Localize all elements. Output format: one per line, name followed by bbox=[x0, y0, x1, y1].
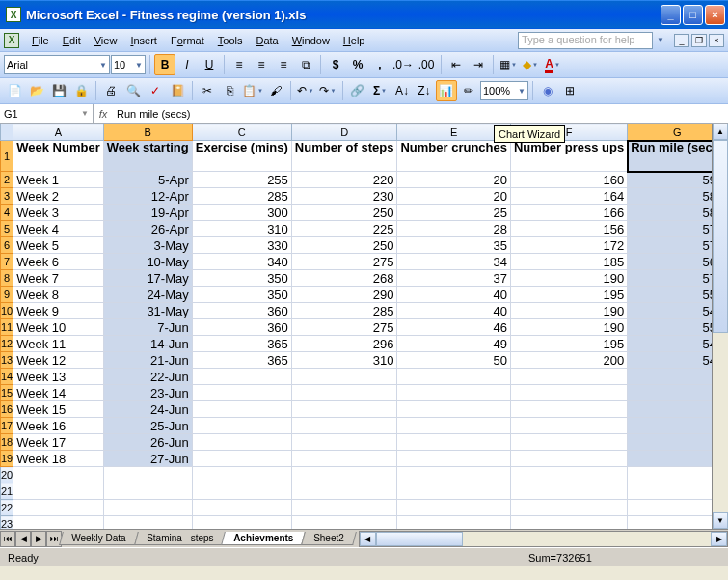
percent-button[interactable]: % bbox=[347, 54, 368, 75]
sort-asc-button[interactable]: A↓ bbox=[391, 80, 413, 101]
cell-D17[interactable] bbox=[291, 418, 397, 434]
cut-button[interactable]: ✂ bbox=[197, 80, 218, 101]
copy-button[interactable]: ⎘ bbox=[219, 80, 240, 101]
cell-A11[interactable]: Week 10 bbox=[13, 319, 103, 336]
font-color-button[interactable]: A▼ bbox=[542, 54, 563, 75]
cell-E13[interactable]: 50 bbox=[397, 352, 511, 369]
menu-edit[interactable]: Edit bbox=[56, 32, 88, 49]
row-header-23[interactable]: 23 bbox=[1, 516, 13, 530]
cell-F12[interactable]: 195 bbox=[510, 336, 627, 352]
cell-A17[interactable]: Week 16 bbox=[13, 418, 103, 434]
menu-data[interactable]: Data bbox=[249, 32, 284, 49]
cell-B16[interactable]: 24-Jun bbox=[103, 401, 192, 418]
cell-E19[interactable] bbox=[397, 451, 511, 467]
align-center-button[interactable]: ≡ bbox=[251, 54, 272, 75]
row-header-20[interactable]: 20 bbox=[1, 467, 13, 483]
undo-button[interactable]: ↶▼ bbox=[295, 80, 316, 101]
cell-E21[interactable] bbox=[397, 483, 511, 500]
select-all-corner[interactable] bbox=[1, 124, 13, 141]
name-box[interactable]: G1 bbox=[0, 104, 94, 123]
menu-help[interactable]: Help bbox=[337, 32, 372, 49]
cell-C23[interactable] bbox=[192, 516, 291, 530]
cell-C1[interactable]: Exercise (mins) bbox=[192, 141, 291, 172]
cell-A19[interactable]: Week 18 bbox=[13, 451, 103, 467]
cell-C5[interactable]: 310 bbox=[192, 221, 291, 237]
cell-B18[interactable]: 26-Jun bbox=[103, 434, 192, 451]
cell-A9[interactable]: Week 8 bbox=[13, 287, 103, 303]
menu-view[interactable]: View bbox=[88, 32, 124, 49]
scroll-right-button[interactable]: ▶ bbox=[711, 532, 727, 546]
cell-C13[interactable]: 365 bbox=[192, 352, 291, 369]
cell-C7[interactable]: 340 bbox=[192, 254, 291, 270]
cell-A16[interactable]: Week 15 bbox=[13, 401, 103, 418]
cell-E22[interactable] bbox=[397, 500, 511, 516]
row-header-9[interactable]: 9 bbox=[1, 287, 13, 303]
horizontal-scrollbar[interactable]: ◀ ▶ bbox=[359, 531, 728, 547]
borders-button[interactable]: ▦▼ bbox=[498, 54, 519, 75]
cell-D14[interactable] bbox=[291, 369, 397, 385]
cell-F20[interactable] bbox=[510, 467, 627, 483]
open-button[interactable]: 📂 bbox=[26, 80, 47, 101]
cell-C22[interactable] bbox=[192, 500, 291, 516]
cell-B11[interactable]: 7-Jun bbox=[103, 319, 192, 336]
help-search-input[interactable]: Type a question for help bbox=[518, 32, 653, 49]
cell-F1[interactable]: Number press ups bbox=[510, 141, 627, 172]
cell-D22[interactable] bbox=[291, 500, 397, 516]
tab-next-button[interactable]: ▶ bbox=[31, 531, 46, 547]
cell-F15[interactable] bbox=[510, 385, 627, 401]
cell-F16[interactable] bbox=[510, 401, 627, 418]
increase-indent-button[interactable]: ⇥ bbox=[468, 54, 489, 75]
cell-A13[interactable]: Week 12 bbox=[13, 352, 103, 369]
drawing-button[interactable]: ✏ bbox=[458, 80, 479, 101]
cell-A5[interactable]: Week 4 bbox=[13, 221, 103, 237]
spelling-button[interactable]: ✓ bbox=[145, 80, 166, 101]
row-header-12[interactable]: 12 bbox=[1, 336, 13, 352]
cell-C17[interactable] bbox=[192, 418, 291, 434]
row-header-3[interactable]: 3 bbox=[1, 188, 13, 205]
row-header-5[interactable]: 5 bbox=[1, 221, 13, 237]
cell-E1[interactable]: Number crunches bbox=[397, 141, 511, 172]
cell-E11[interactable]: 46 bbox=[397, 319, 511, 336]
cell-A7[interactable]: Week 6 bbox=[13, 254, 103, 270]
cell-B10[interactable]: 31-May bbox=[103, 303, 192, 319]
cell-C21[interactable] bbox=[192, 483, 291, 500]
row-header-14[interactable]: 14 bbox=[1, 369, 13, 385]
cell-D4[interactable]: 250 bbox=[291, 205, 397, 221]
cell-E9[interactable]: 40 bbox=[397, 287, 511, 303]
cell-A22[interactable] bbox=[13, 500, 103, 516]
cell-E8[interactable]: 37 bbox=[397, 270, 511, 287]
chart-wizard-button[interactable]: 📊 bbox=[436, 80, 457, 101]
row-header-19[interactable]: 19 bbox=[1, 451, 13, 467]
scroll-up-button[interactable]: ▲ bbox=[713, 124, 728, 140]
cell-B3[interactable]: 12-Apr bbox=[103, 188, 192, 205]
cell-B6[interactable]: 3-May bbox=[103, 237, 192, 254]
font-size-select[interactable]: 10 bbox=[111, 55, 146, 74]
cell-D13[interactable]: 310 bbox=[291, 352, 397, 369]
cell-B5[interactable]: 26-Apr bbox=[103, 221, 192, 237]
cell-C18[interactable] bbox=[192, 434, 291, 451]
row-header-21[interactable]: 21 bbox=[1, 483, 13, 500]
cell-E18[interactable] bbox=[397, 434, 511, 451]
cell-C3[interactable]: 285 bbox=[192, 188, 291, 205]
cell-D5[interactable]: 225 bbox=[291, 221, 397, 237]
comma-button[interactable]: , bbox=[369, 54, 391, 75]
cell-A18[interactable]: Week 17 bbox=[13, 434, 103, 451]
scroll-down-button[interactable]: ▼ bbox=[713, 512, 728, 529]
cell-A23[interactable] bbox=[13, 516, 103, 530]
vertical-scrollbar[interactable]: ▲ ▼ bbox=[712, 124, 728, 529]
hyperlink-button[interactable]: 🔗 bbox=[347, 80, 368, 101]
chevron-down-icon[interactable]: ▼ bbox=[657, 36, 664, 44]
cell-B22[interactable] bbox=[103, 500, 192, 516]
cell-E12[interactable]: 49 bbox=[397, 336, 511, 352]
minimize-button[interactable]: _ bbox=[661, 5, 681, 25]
cell-F4[interactable]: 166 bbox=[510, 205, 627, 221]
cell-D19[interactable] bbox=[291, 451, 397, 467]
bold-button[interactable]: B bbox=[154, 54, 175, 75]
sort-desc-button[interactable]: Z↓ bbox=[414, 80, 435, 101]
cell-A1[interactable]: Week Number bbox=[13, 141, 103, 172]
column-header-D[interactable]: D bbox=[291, 124, 397, 141]
toolbar-options-button[interactable]: ⊞ bbox=[559, 80, 580, 101]
cell-F19[interactable] bbox=[510, 451, 627, 467]
menu-file[interactable]: File bbox=[25, 32, 56, 49]
column-header-B[interactable]: B bbox=[103, 124, 192, 141]
